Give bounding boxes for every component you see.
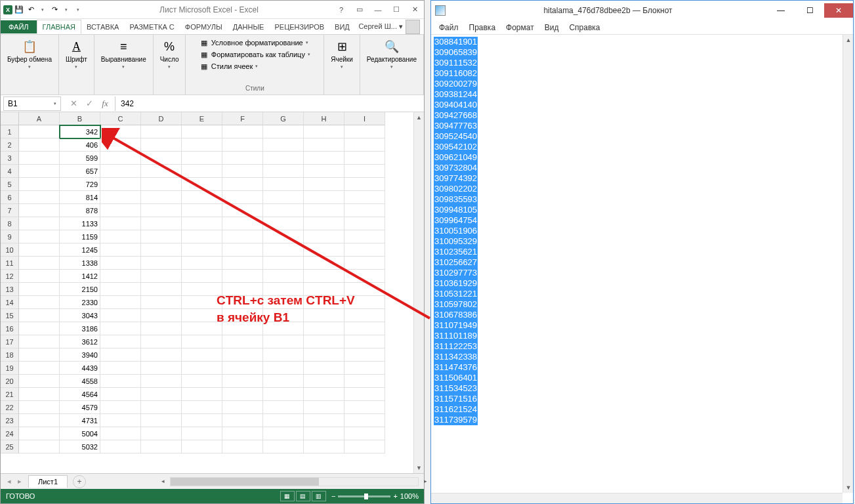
cell[interactable] [19, 375, 60, 388]
new-sheet-button[interactable]: + [73, 475, 86, 488]
cell[interactable] [222, 388, 263, 401]
row-header[interactable]: 15 [1, 309, 19, 322]
cell[interactable] [100, 414, 141, 427]
cell[interactable] [182, 296, 222, 309]
cell[interactable] [100, 257, 141, 270]
cell[interactable] [100, 348, 141, 362]
cell[interactable]: 4731 [60, 414, 100, 427]
menu-help[interactable]: Справка [564, 22, 605, 33]
row-header[interactable]: 19 [1, 362, 19, 375]
cell[interactable] [344, 204, 385, 217]
cell[interactable] [222, 257, 263, 270]
cell[interactable] [344, 296, 385, 309]
scroll-thumb[interactable] [171, 478, 319, 486]
column-header[interactable]: A [19, 112, 60, 125]
scroll-up-icon[interactable]: ▲ [843, 35, 853, 45]
cell[interactable] [19, 348, 60, 362]
row-header[interactable]: 11 [1, 257, 19, 270]
row-header[interactable]: 5 [1, 178, 19, 191]
cell[interactable] [304, 296, 344, 309]
cell[interactable] [263, 322, 304, 335]
cells-button[interactable]: ⊞ Ячейки ▾ [328, 37, 356, 71]
cell[interactable] [19, 230, 60, 243]
tab-review[interactable]: РЕЦЕНЗИРОВ [269, 20, 329, 33]
cell[interactable] [141, 427, 182, 440]
cell[interactable] [304, 335, 344, 348]
cell[interactable] [344, 427, 385, 440]
cell[interactable] [304, 414, 344, 427]
cell[interactable]: 3612 [60, 335, 100, 348]
cell[interactable] [344, 322, 385, 335]
cell[interactable] [19, 191, 60, 204]
cell[interactable] [100, 296, 141, 309]
conditional-formatting-button[interactable]: ▦ Условное форматирование ▾ [198, 37, 310, 48]
cell[interactable] [263, 283, 304, 296]
row-header[interactable]: 22 [1, 401, 19, 414]
cell[interactable] [182, 322, 222, 335]
cell[interactable] [100, 427, 141, 440]
cell[interactable] [263, 204, 304, 217]
enter-icon[interactable]: ✓ [82, 96, 96, 111]
redo-dropdown-icon[interactable]: ▾ [61, 5, 72, 15]
cell[interactable] [19, 204, 60, 217]
cancel-icon[interactable]: ✕ [66, 96, 81, 111]
save-icon[interactable]: 💾 [14, 5, 24, 15]
cell[interactable] [141, 165, 182, 178]
paste-button[interactable]: 📋 Буфер обмена ▾ [5, 37, 54, 71]
cell[interactable] [100, 191, 141, 204]
cell[interactable] [222, 217, 263, 230]
cell[interactable] [222, 440, 263, 453]
cell[interactable] [19, 243, 60, 257]
cell[interactable] [141, 138, 182, 152]
close-icon[interactable]: ✕ [824, 3, 853, 18]
cell[interactable] [304, 217, 344, 230]
row-header[interactable]: 16 [1, 322, 19, 335]
cell[interactable] [344, 270, 385, 283]
cell[interactable] [304, 401, 344, 414]
cell[interactable] [141, 375, 182, 388]
menu-edit[interactable]: Правка [464, 22, 501, 33]
cell[interactable] [100, 243, 141, 257]
user-account[interactable]: Сергей Ш... ▾ [358, 20, 424, 34]
cell[interactable]: 1245 [60, 243, 100, 257]
cell[interactable] [222, 243, 263, 257]
cell[interactable] [182, 152, 222, 165]
cell[interactable] [100, 440, 141, 453]
cell[interactable] [344, 125, 385, 138]
cell[interactable] [222, 230, 263, 243]
cell[interactable] [263, 440, 304, 453]
cell[interactable] [304, 138, 344, 152]
cell[interactable] [141, 440, 182, 453]
row-header[interactable]: 18 [1, 348, 19, 362]
cell[interactable] [182, 309, 222, 322]
menu-format[interactable]: Формат [501, 22, 539, 33]
cell[interactable] [141, 362, 182, 375]
cell[interactable] [141, 296, 182, 309]
cell[interactable] [100, 388, 141, 401]
cell[interactable] [222, 348, 263, 362]
cell[interactable] [222, 375, 263, 388]
row-header[interactable]: 14 [1, 296, 19, 309]
notepad-horizontal-scrollbar[interactable] [431, 493, 843, 503]
cell[interactable] [222, 204, 263, 217]
minimize-icon[interactable]: — [369, 3, 387, 16]
cell[interactable] [344, 401, 385, 414]
cell[interactable] [304, 191, 344, 204]
cell[interactable]: 3186 [60, 322, 100, 335]
cell[interactable] [100, 125, 141, 138]
cell[interactable] [182, 375, 222, 388]
cell[interactable] [263, 217, 304, 230]
cell[interactable] [182, 427, 222, 440]
row-header[interactable]: 3 [1, 152, 19, 165]
maximize-icon[interactable]: ☐ [795, 3, 824, 18]
cell[interactable] [304, 348, 344, 362]
cell[interactable] [263, 125, 304, 138]
zoom-slider[interactable] [338, 495, 390, 497]
notepad-text-area[interactable]: 3088419013090658393091115323091160823092… [431, 35, 853, 503]
cell[interactable]: 3940 [60, 348, 100, 362]
cell[interactable] [19, 257, 60, 270]
cell[interactable] [222, 335, 263, 348]
cell[interactable] [19, 362, 60, 375]
cell[interactable] [344, 165, 385, 178]
cell[interactable] [222, 165, 263, 178]
